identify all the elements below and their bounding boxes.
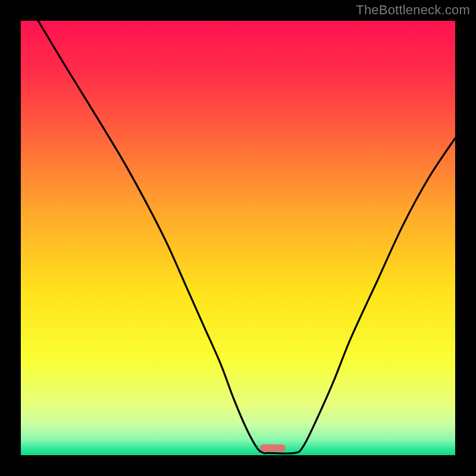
svg-rect-0 <box>21 21 455 455</box>
background-gradient <box>21 21 455 455</box>
plot-area <box>21 21 455 455</box>
chart-frame: TheBottleneck.com <box>0 0 476 476</box>
optimal-marker <box>260 444 286 452</box>
attribution-text: TheBottleneck.com <box>356 2 470 18</box>
